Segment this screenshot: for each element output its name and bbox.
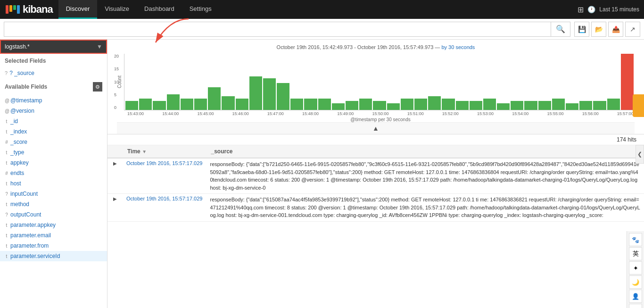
nav-dashboard[interactable]: Dashboard [137, 0, 182, 19]
chart-bar[interactable] [236, 99, 248, 110]
index-value: logstash.* [5, 43, 30, 50]
grid-icon-button[interactable]: ⊞ [629, 304, 642, 308]
field-item[interactable]: t parameter.email [0, 230, 107, 241]
chart-inner[interactable]: 20 15 10 5 0 [124, 54, 635, 110]
chart-bar[interactable] [538, 101, 551, 110]
chart-bar[interactable] [579, 101, 592, 110]
chart-bar[interactable] [387, 103, 400, 110]
field-item[interactable]: ? outputCount [0, 209, 107, 220]
gear-button[interactable]: ⚙ [93, 82, 102, 92]
nav-settings[interactable]: Settings [182, 0, 219, 19]
results-area[interactable]: Time ▼ _source ▶ October 19th 2016, 15:5… [107, 145, 644, 308]
source-field-item[interactable]: ? ? _source [0, 68, 107, 78]
field-item[interactable]: ? inputCount [0, 189, 107, 199]
collapse-panel-button[interactable]: ❮ [636, 145, 644, 164]
field-item[interactable]: @ @timestamp [0, 95, 107, 106]
chart-bar[interactable] [277, 83, 289, 110]
chart-bar[interactable] [332, 103, 345, 110]
star-button[interactable]: ✦ [629, 261, 642, 275]
share-button[interactable]: 📤 [608, 22, 623, 37]
collapse-chart-button[interactable]: ▲ [117, 122, 635, 134]
chart-bar[interactable] [401, 99, 413, 110]
selected-fields-label: Selected Fields [0, 54, 107, 68]
field-name-label: method [10, 201, 29, 208]
search-input[interactable] [4, 22, 551, 37]
nav-items: Discover Visualize Dashboard Settings [58, 0, 219, 19]
chart-x-labels: 15:43:0015:44:0015:45:0015:46:0015:47:00… [126, 111, 635, 116]
chart-bar[interactable] [346, 101, 358, 110]
field-item[interactable]: t _index [0, 126, 107, 137]
chart-bar[interactable] [524, 101, 537, 110]
save-button[interactable]: 💾 [574, 22, 589, 37]
chart-bar[interactable] [497, 103, 510, 110]
open-button[interactable]: 📂 [591, 22, 606, 37]
field-name-label: @timestamp [10, 97, 42, 104]
grid-icon[interactable]: ⊞ [574, 5, 587, 14]
field-item[interactable]: t host [0, 178, 107, 189]
x-axis-label: 15:46:00 [232, 111, 249, 116]
nav-visualize[interactable]: Visualize [97, 0, 137, 19]
field-item[interactable]: # endts [0, 168, 107, 178]
chart-bar[interactable] [181, 99, 193, 110]
chart-bar[interactable] [593, 101, 606, 110]
table-row: ▶ October 19th 2016, 15:57:17.029 respon… [107, 158, 644, 194]
expand-row-button[interactable]: ▶ [111, 161, 119, 166]
paw-icon-button[interactable]: 🐾 [629, 233, 642, 246]
field-item[interactable]: t parameter.serviceId [0, 251, 107, 261]
chart-bar[interactable] [442, 99, 454, 110]
field-type-badge: t [5, 202, 8, 207]
chart-bar[interactable] [607, 99, 620, 110]
new-tab-button[interactable]: ↗ [625, 22, 640, 37]
x-axis-label: 15:50:00 [372, 111, 388, 116]
chart-bar[interactable] [373, 101, 386, 110]
english-button[interactable]: 英 [629, 247, 642, 260]
chart-bar[interactable] [167, 94, 180, 110]
chart-bar[interactable] [290, 99, 303, 110]
chart-bar[interactable] [194, 99, 207, 110]
nav-discover[interactable]: Discover [58, 0, 98, 19]
search-button[interactable]: 🔍 [551, 22, 570, 37]
moon-button[interactable]: 🌙 [629, 275, 642, 289]
user-button[interactable]: 👤 [629, 290, 642, 303]
field-name-label: parameter.appkey [10, 222, 56, 228]
field-name-label: parameter.email [10, 232, 51, 239]
chart-bar[interactable] [552, 99, 565, 110]
chart-bar[interactable] [304, 99, 317, 110]
field-item[interactable]: t appkey [0, 158, 107, 168]
chart-bar[interactable] [621, 54, 634, 110]
field-item[interactable]: t _id [0, 116, 107, 126]
chart-bar[interactable] [359, 99, 372, 110]
logo-bars [6, 5, 20, 14]
time-range-label[interactable]: Last 15 minutes [599, 6, 639, 13]
field-item[interactable]: # _score [0, 137, 107, 147]
chart-bar[interactable] [456, 101, 469, 110]
field-item[interactable]: t parameter.from [0, 241, 107, 251]
chart-bar[interactable] [511, 101, 523, 110]
source-field-name: ? _source [9, 70, 34, 76]
chart-bar[interactable] [414, 99, 427, 110]
time-range-link[interactable]: by 30 seconds [441, 44, 475, 50]
chart-bar[interactable] [208, 87, 221, 110]
chart-bar[interactable] [139, 99, 152, 110]
expand-row-button[interactable]: ▶ [111, 196, 119, 201]
field-item[interactable]: t _type [0, 147, 107, 158]
orange-indicator [633, 94, 644, 117]
time-col-header[interactable]: Time ▼ [123, 145, 206, 158]
field-item[interactable]: t parameter.appkey [0, 220, 107, 230]
source-cell: responseBody: {"data":["b721d250-6465-11… [206, 158, 644, 194]
index-selector[interactable]: logstash.* ▼ [0, 40, 107, 54]
chart-bar[interactable] [483, 99, 496, 110]
x-axis-label: 15:57:00 [617, 111, 634, 116]
field-item[interactable]: t method [0, 199, 107, 209]
chart-bar[interactable] [263, 78, 276, 110]
chart-bar[interactable] [470, 101, 482, 110]
right-icons-panel: 🐾 英 ✦ 🌙 👤 ⊞ [627, 231, 644, 308]
chart-bar[interactable] [428, 96, 441, 110]
chart-bar[interactable] [318, 99, 331, 110]
field-item[interactable]: @ @version [0, 106, 107, 116]
chart-bar[interactable] [153, 101, 165, 110]
chart-bar[interactable] [125, 101, 138, 110]
chart-bar[interactable] [249, 76, 262, 110]
chart-bar[interactable] [222, 96, 234, 110]
chart-bar[interactable] [566, 103, 578, 110]
